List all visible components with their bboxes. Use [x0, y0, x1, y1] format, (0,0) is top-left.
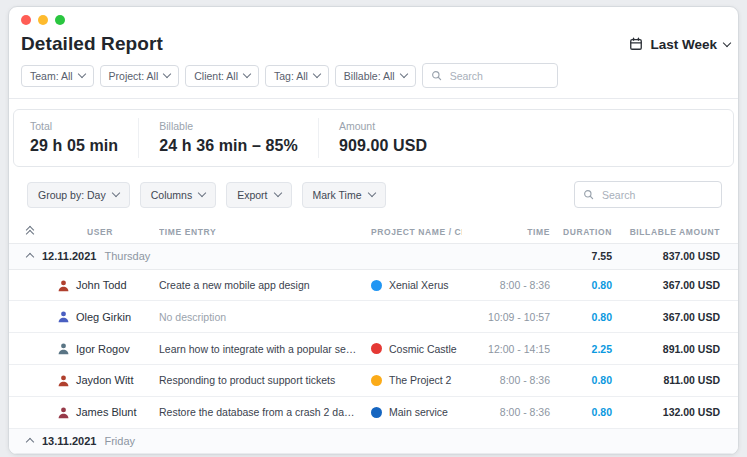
group-total-amount: 837.00 USD — [612, 250, 720, 262]
summary-amount-value: 909.00 USD — [339, 137, 427, 155]
divider — [9, 98, 738, 99]
group-by-button[interactable]: Group by: Day — [27, 182, 130, 208]
group-by-label: Group by: Day — [38, 189, 106, 201]
chevron-down-icon — [723, 38, 731, 46]
duration-value[interactable]: 0.80 — [550, 374, 612, 386]
duration-value[interactable]: 0.80 — [550, 279, 612, 291]
collapse-all-icon[interactable] — [27, 227, 33, 237]
time-entry-description: Restore the database from a crash 2 days… — [159, 406, 357, 418]
zoom-window-button[interactable] — [55, 15, 65, 25]
user-avatar-icon — [57, 374, 70, 387]
chevron-down-icon — [243, 70, 251, 78]
window-titlebar — [9, 7, 738, 33]
table-row: Igor Rogov Learn how to integrate with a… — [9, 333, 738, 365]
project-color-dot — [371, 407, 382, 418]
minimize-window-button[interactable] — [38, 15, 48, 25]
project-name: The Project 2 — [389, 374, 451, 386]
project-color-dot — [371, 375, 382, 386]
time-range: 8:00 - 8:36 — [462, 406, 550, 418]
time-entry-description: Responding to product support tickets — [159, 374, 357, 386]
column-header-project: PROJECT NAME / CLIENT — [357, 227, 462, 237]
export-label: Export — [237, 189, 267, 201]
time-range: 12:00 - 14:15 — [462, 343, 550, 355]
duration-value[interactable]: 0.80 — [550, 311, 612, 323]
duration-value[interactable]: 2.25 — [550, 343, 612, 355]
time-range: 10:09 - 10:57 — [462, 311, 550, 323]
filter-tag[interactable]: Tag: All — [265, 65, 329, 87]
date-range-picker[interactable]: Last Week — [629, 37, 730, 52]
column-header-time: TIME — [462, 227, 550, 237]
time-entry-description: Create a new mobile app design — [159, 279, 357, 291]
chevron-down-icon — [111, 189, 119, 197]
columns-label: Columns — [151, 189, 192, 201]
filter-client[interactable]: Client: All — [185, 65, 259, 87]
column-header-duration: DURATION — [550, 227, 612, 237]
summary-billable: Billable 24 h 36 min – 85% — [138, 118, 318, 158]
duration-value[interactable]: 0.80 — [550, 406, 612, 418]
project-color-dot — [371, 280, 382, 291]
user-avatar-icon — [57, 406, 70, 419]
filter-team-label: Team: All — [30, 70, 73, 82]
summary-total-label: Total — [30, 120, 118, 132]
time-range: 8:00 - 8:36 — [462, 374, 550, 386]
search-icon — [583, 189, 594, 200]
summary-amount-label: Amount — [339, 120, 427, 132]
chevron-down-icon — [163, 70, 171, 78]
mark-time-label: Mark Time — [313, 189, 362, 201]
summary-amount: Amount 909.00 USD — [318, 118, 447, 158]
filter-team[interactable]: Team: All — [21, 65, 94, 87]
page-header: Detailed Report Last Week — [9, 33, 738, 57]
billable-amount-value: 891.00 USD — [612, 343, 720, 355]
group-date: 12.11.2021 — [42, 250, 96, 262]
group-date: 13.11.2021 — [42, 435, 96, 447]
summary-total-value: 29 h 05 min — [30, 137, 118, 155]
export-button[interactable]: Export — [226, 182, 291, 208]
project-name: Xenial Xerus — [389, 279, 449, 291]
summary-total: Total 29 h 05 min — [14, 118, 138, 158]
summary-billable-label: Billable — [159, 120, 298, 132]
filter-billable-label: Billable: All — [344, 70, 395, 82]
billable-amount-value: 367.00 USD — [612, 311, 720, 323]
user-name: Jaydon Witt — [76, 374, 133, 386]
group-day: Thursday — [104, 250, 150, 262]
summary-billable-value: 24 h 36 min – 85% — [159, 137, 298, 155]
table-row: Oleg Girkin No description 10:09 - 10:57… — [9, 301, 738, 333]
user-name: John Todd — [76, 279, 127, 291]
table-search — [574, 181, 722, 208]
close-window-button[interactable] — [21, 15, 31, 25]
filter-client-label: Client: All — [194, 70, 238, 82]
project-name: Main service — [389, 406, 448, 418]
project-name: Cosmic Castle — [389, 343, 457, 355]
user-avatar-icon — [57, 310, 70, 323]
table-row: John Todd Create a new mobile app design… — [9, 270, 738, 302]
user-name: James Blunt — [76, 406, 137, 418]
page-title: Detailed Report — [21, 33, 163, 55]
chevron-down-icon — [367, 189, 375, 197]
column-header-time-entry: TIME ENTRY — [159, 227, 357, 237]
filter-bar: Team: All Project: All Client: All Tag: … — [9, 57, 738, 98]
chevron-down-icon — [77, 70, 85, 78]
group-row-date[interactable]: 13.11.2021 Friday — [9, 429, 738, 454]
table-search-input[interactable] — [600, 188, 713, 202]
filter-project[interactable]: Project: All — [100, 65, 180, 87]
group-row-date[interactable]: 12.11.2021 Thursday 7.55 837.00 USD — [9, 244, 738, 269]
filter-billable[interactable]: Billable: All — [335, 65, 416, 87]
mark-time-button[interactable]: Mark Time — [302, 182, 386, 208]
report-table: USER TIME ENTRY PROJECT NAME / CLIENT TI… — [9, 220, 738, 454]
time-entry-description: Learn how to integrate with a popular se… — [159, 343, 357, 355]
chevron-down-icon — [313, 70, 321, 78]
billable-amount-value: 367.00 USD — [612, 279, 720, 291]
user-name: Igor Rogov — [76, 343, 130, 355]
user-avatar-icon — [57, 342, 70, 355]
time-entry-description: No description — [159, 311, 357, 323]
billable-amount-value: 811.00 USD — [612, 374, 720, 386]
project-color-dot — [371, 343, 382, 354]
collapse-group-icon[interactable] — [26, 253, 34, 261]
column-header-user: USER — [41, 227, 159, 237]
collapse-group-icon[interactable] — [26, 438, 34, 446]
report-toolbar: Group by: Day Columns Export Mark Time — [9, 167, 738, 208]
filter-search-input[interactable] — [448, 69, 549, 83]
table-row: Jaydon Witt Responding to product suppor… — [9, 365, 738, 397]
columns-button[interactable]: Columns — [140, 182, 216, 208]
filter-search — [422, 63, 558, 88]
